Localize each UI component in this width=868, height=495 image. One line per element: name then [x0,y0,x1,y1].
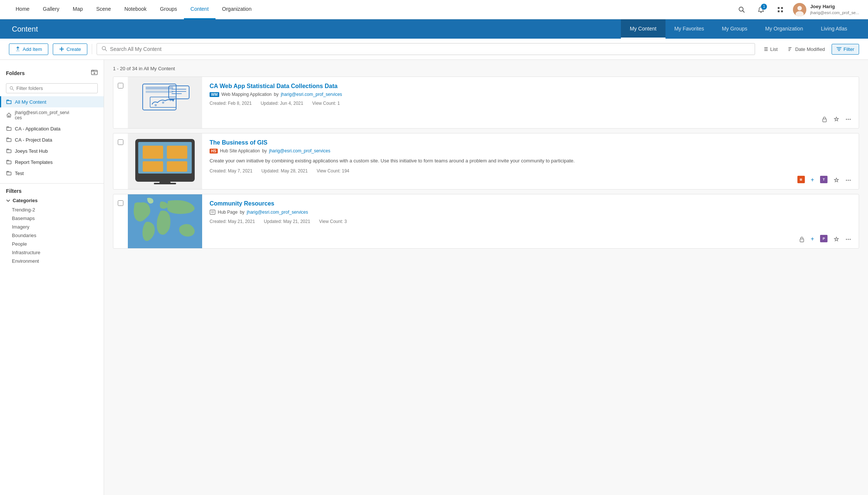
item-select-checkbox[interactable] [118,83,123,88]
category-basemaps[interactable]: Basemaps [6,214,98,223]
nav-organization[interactable]: Organization [216,0,258,19]
item-meta: Hub Page by jharig@esri.com_prof_service… [210,209,784,215]
item-description: Create your own initiative by combining … [210,157,783,165]
item-checkbox[interactable] [113,194,128,248]
item-author[interactable]: jharig@esri.com_prof_services [269,148,330,153]
svg-rect-43 [167,146,187,159]
item-title[interactable]: Community Resources [210,200,784,207]
add-to-button[interactable]: + [809,175,816,185]
svg-rect-23 [7,161,11,164]
grid-icon [777,6,784,13]
content-item: The Business of GIS HS Hub Site Applicat… [113,133,859,190]
create-button[interactable]: Create [53,43,87,55]
item-title[interactable]: The Business of GIS [210,139,783,146]
folder-label: Report Templates [15,159,53,165]
user-menu[interactable]: Joey Harig jharig@esri.com_prof_se... [793,3,859,16]
item-select-checkbox[interactable] [118,139,123,145]
item-type: Web Mapping Application [221,92,272,97]
item-view-count: View Count: 1 [312,101,340,106]
search-container[interactable] [97,43,755,55]
tab-my-groups[interactable]: My Groups [713,19,756,39]
svg-point-57 [848,239,849,240]
folder-icon [6,148,12,154]
type-badge-button[interactable]: T [819,174,829,185]
list-icon [763,46,768,52]
purple-badge-icon: T [820,176,827,183]
folder-icon [6,126,12,132]
plus-icon [59,46,64,52]
content-tabs: My Content My Favorites My Groups My Org… [621,19,856,39]
toolbar-divider [92,44,92,54]
more-options-button[interactable] [844,115,853,124]
more-options-button[interactable] [844,235,853,244]
apps-button[interactable] [774,3,787,16]
category-trending[interactable]: Trending-2 [6,206,98,214]
nav-home[interactable]: Home [9,0,36,19]
lock-button[interactable] [797,235,806,244]
hub-site-thumbnail [128,133,202,189]
folder-filter-input[interactable] [16,85,94,91]
svg-point-18 [10,87,13,89]
folder-ca-project-data[interactable]: CA - Project Data [0,134,104,145]
svg-rect-5 [781,10,783,12]
nav-content[interactable]: Content [184,0,216,19]
item-title[interactable]: CA Web App Statistical Data Collections … [210,83,807,90]
folder-report-templates[interactable]: Report Templates [0,156,104,168]
item-updated: Updated: Jun 4, 2021 [260,101,303,106]
folder-user-home[interactable]: jharig@esri.com_prof_services [0,107,104,123]
svg-point-39 [850,119,851,120]
item-created: Created: Feb 8, 2021 [210,101,252,106]
search-input[interactable] [110,46,750,52]
purple-badge-button[interactable]: P [819,233,829,244]
item-checkbox[interactable] [113,133,128,189]
nav-groups[interactable]: Groups [153,0,184,19]
tab-my-content[interactable]: My Content [621,19,665,39]
nav-notebook[interactable]: Notebook [118,0,153,19]
star-icon [833,177,839,183]
more-options-button[interactable] [844,176,853,185]
web-app-thumbnail [132,78,198,127]
category-imagery[interactable]: Imagery [6,223,98,231]
search-button[interactable] [735,3,748,16]
item-author[interactable]: jharig@esri.com_prof_services [281,92,342,97]
folder-all-my-content[interactable]: All My Content [0,96,104,107]
nav-map[interactable]: Map [66,0,90,19]
list-view-button[interactable]: List [760,44,781,54]
hub-org-button[interactable]: ⊞ [796,174,806,185]
notifications-button[interactable]: 1 [754,3,768,16]
tab-my-favorites[interactable]: My Favorites [665,19,713,39]
svg-rect-24 [7,172,11,175]
date-modified-button[interactable]: Date Modified [784,44,829,54]
item-checkbox[interactable] [113,77,128,128]
category-infrastructure[interactable]: Infrastructure [6,248,98,257]
filter-icon [836,46,842,52]
folder-label: All My Content [15,99,46,105]
category-people[interactable]: People [6,240,98,248]
category-boundaries[interactable]: Boundaries [6,231,98,240]
folder-filter[interactable] [6,83,98,93]
tab-my-organization[interactable]: My Organization [756,19,812,39]
folder-ca-application-data[interactable]: CA - Application Data [0,123,104,134]
nav-gallery[interactable]: Gallery [36,0,66,19]
favorite-button[interactable] [832,115,841,124]
filter-button[interactable]: Filter [832,44,859,55]
new-folder-icon[interactable] [91,69,98,77]
categories-header[interactable]: Categories [6,198,98,203]
category-environment[interactable]: Environment [6,257,98,265]
folder-test[interactable]: Test [0,168,104,179]
folder-joeys-test-hub[interactable]: Joeys Test Hub [0,145,104,156]
tab-living-atlas[interactable]: Living Atlas [812,19,856,39]
item-author[interactable]: jharig@esri.com_prof_services [247,210,308,215]
lock-button[interactable] [820,115,829,124]
folder-icon [6,137,12,143]
favorite-button[interactable] [832,176,841,185]
add-to-button[interactable]: + [809,234,816,244]
item-select-checkbox[interactable] [118,200,123,206]
nav-scene[interactable]: Scene [90,0,118,19]
add-item-button[interactable]: Add Item [9,43,48,55]
svg-point-58 [850,239,851,240]
svg-rect-36 [823,119,826,122]
lock-icon [799,236,805,242]
favorite-button[interactable] [832,235,841,244]
content-header: Content My Content My Favorites My Group… [0,19,868,39]
